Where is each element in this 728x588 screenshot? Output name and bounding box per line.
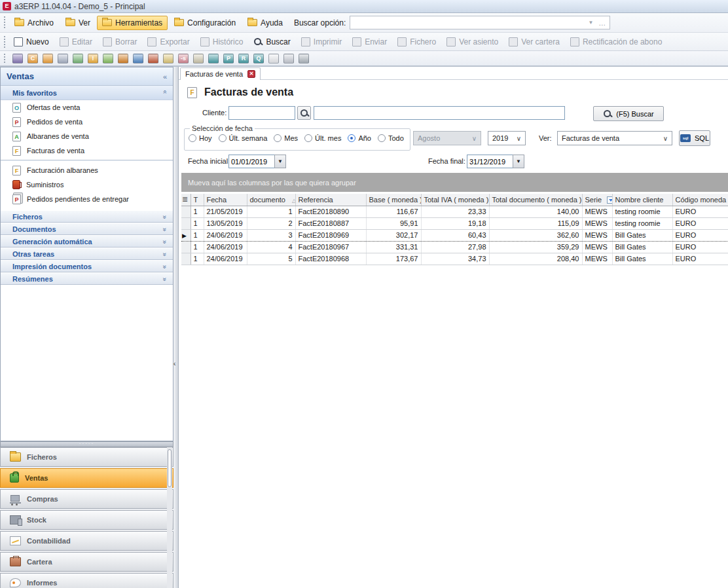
toolbar-grip[interactable]: [3, 16, 7, 29]
table-cell[interactable]: 362,60: [489, 229, 582, 241]
globe-icon[interactable]: [208, 54, 219, 64]
table-cell[interactable]: 60,43: [421, 229, 489, 241]
table-cell[interactable]: 2: [247, 217, 295, 229]
table-row[interactable]: 124/06/20194FactE20180967331,3127,98359,…: [181, 241, 728, 253]
search-option-input[interactable]: ▼ …: [350, 16, 610, 29]
sidebar-item-albaranes-de-venta[interactable]: AAlbaranes de venta: [1, 129, 173, 143]
table-cell[interactable]: 3: [247, 229, 295, 241]
table-cell[interactable]: 24/06/2019: [204, 229, 247, 241]
table-cell[interactable]: EURO: [672, 217, 728, 229]
table-cell[interactable]: MEWS: [582, 241, 612, 253]
briefcase-icon[interactable]: [12, 54, 23, 64]
table-cell[interactable]: Bill Gates: [612, 253, 672, 265]
collapse-panel-icon[interactable]: «: [163, 73, 167, 81]
scrollbar-thumb[interactable]: [168, 449, 172, 487]
menu-item-herramientas[interactable]: Herramientas: [97, 16, 168, 30]
table-cell[interactable]: EURO: [672, 206, 728, 217]
sidebar-item-pedidos-de-venta[interactable]: PPedidos de venta: [1, 115, 173, 129]
toolbar-button-ver-asiento[interactable]: Ver asiento: [441, 35, 503, 48]
pump-icon[interactable]: [148, 54, 158, 64]
docs-sign-icon[interactable]: [73, 54, 83, 64]
toolbar-button-buscar[interactable]: Buscar: [248, 35, 295, 48]
table-row[interactable]: 113/05/20192FactE2018088795,9119,18115,0…: [181, 217, 728, 229]
sidebar-item-suministros[interactable]: Suministros: [1, 177, 173, 192]
row-selector-cell[interactable]: [181, 206, 191, 217]
chevron-down-icon[interactable]: ∨: [517, 135, 521, 142]
table-row[interactable]: ▶124/06/20193FactE20180969302,1760,43362…: [181, 229, 728, 241]
column-header-fecha[interactable]: Fecha: [204, 194, 247, 206]
doc-search-icon[interactable]: [163, 54, 173, 64]
chevron-up-icon[interactable]: »: [162, 92, 169, 94]
row-selector-cell[interactable]: ▶: [181, 229, 191, 241]
toolbar-button-rectificacion-de-abono[interactable]: Rectificación de abono: [565, 35, 667, 48]
table-cell[interactable]: 34,73: [421, 253, 489, 265]
sidebar-section-ficheros[interactable]: Ficheros»: [1, 210, 173, 223]
menu-item-ver[interactable]: Ver: [60, 16, 96, 30]
bag-c-icon[interactable]: C: [27, 54, 38, 64]
table-cell[interactable]: FactE20180969: [295, 229, 366, 241]
table-cell[interactable]: 208,40: [489, 253, 582, 265]
doc-discount-icon[interactable]: -s: [178, 54, 189, 64]
row-selector-cell[interactable]: [181, 253, 191, 265]
toolbar-button-exportar[interactable]: Exportar: [142, 35, 194, 48]
favorites-header[interactable]: Mis favoritos »: [1, 86, 173, 100]
nav-item-compras[interactable]: Compras: [0, 489, 173, 509]
table-cell[interactable]: 21/05/2019: [204, 206, 247, 217]
table-cell[interactable]: FactE20180968: [295, 253, 366, 265]
table-cell[interactable]: EURO: [672, 229, 728, 241]
globe-p-icon[interactable]: P: [223, 54, 234, 64]
toolbar-button-imprimir[interactable]: Imprimir: [296, 35, 347, 48]
sidebar-section-otras-tareas[interactable]: Otras tareas»: [1, 248, 173, 260]
table-cell[interactable]: MEWS: [582, 217, 612, 229]
ver-select[interactable]: Facturas de venta ∨: [557, 131, 672, 145]
table-cell[interactable]: testing roomie: [612, 206, 672, 217]
globe-q-icon[interactable]: Q: [253, 54, 264, 64]
table-cell[interactable]: MEWS: [582, 206, 612, 217]
menu-item-ayuda[interactable]: Ayuda: [242, 16, 288, 30]
toolbar-button-historico[interactable]: Histórico: [195, 35, 249, 48]
bar-chart-icon[interactable]: [118, 54, 128, 64]
table-cell[interactable]: 173,67: [366, 253, 421, 265]
table-cell[interactable]: 302,17: [366, 229, 421, 241]
fecha-final-input[interactable]: [467, 155, 513, 168]
cliente-name-input[interactable]: [314, 106, 565, 120]
group-by-band[interactable]: Mueva aquí las columnas por las que quie…: [181, 173, 728, 192]
radio-hoy[interactable]: Hoy: [189, 134, 212, 142]
column-header-base-moneda[interactable]: Base ( moneda ): [366, 194, 421, 206]
table-cell[interactable]: 27,98: [421, 241, 489, 253]
printer-icon[interactable]: [299, 54, 309, 64]
column-header-t[interactable]: T: [191, 194, 204, 206]
tab-facturas-de-venta[interactable]: Facturas de venta ✕: [180, 67, 261, 80]
panel-splitter[interactable]: ‹: [173, 67, 179, 588]
globe-r-icon[interactable]: R: [238, 54, 249, 64]
toolbar-button-enviar[interactable]: Enviar: [347, 35, 392, 48]
table-cell[interactable]: EURO: [672, 253, 728, 265]
table-cell[interactable]: 1: [191, 241, 204, 253]
table-cell[interactable]: 23,33: [421, 206, 489, 217]
column-header-referencia[interactable]: Referencia: [295, 194, 366, 206]
table-cell[interactable]: FactE20180967: [295, 241, 366, 253]
column-header-codigo-moneda[interactable]: Código moneda: [672, 194, 728, 206]
filter-icon[interactable]: [607, 196, 612, 204]
table-cell[interactable]: FactE20180890: [295, 206, 366, 217]
table-cell[interactable]: MEWS: [582, 253, 612, 265]
toolbar-button-fichero[interactable]: Fichero: [392, 35, 441, 48]
table-cell[interactable]: testing roomie: [612, 217, 672, 229]
row-selector-cell[interactable]: [181, 217, 191, 229]
column-header-total-documento-moneda[interactable]: Total documento ( moneda ): [489, 194, 582, 206]
table-cell[interactable]: 95,91: [366, 217, 421, 229]
ellipsis-icon[interactable]: …: [598, 19, 606, 27]
sidebar-section-impresion-documentos[interactable]: Impresión documentos»: [1, 260, 173, 272]
sidebar-scrollbar[interactable]: [167, 447, 172, 588]
radio-mes[interactable]: Mes: [274, 134, 298, 142]
table-cell[interactable]: 1: [247, 206, 295, 217]
table-cell[interactable]: MEWS: [582, 229, 612, 241]
table-row[interactable]: 121/05/20191FactE20180890116,6723,33140,…: [181, 206, 728, 217]
sidebar-item-facturas-de-venta[interactable]: FFacturas de venta: [1, 143, 173, 158]
row-selector-header[interactable]: ≣: [181, 194, 191, 206]
cliente-search-button[interactable]: [297, 106, 311, 120]
bag-print-icon[interactable]: [43, 54, 53, 64]
toolbar-button-nuevo[interactable]: Nuevo: [9, 35, 54, 48]
radio-todo[interactable]: Todo: [378, 134, 404, 142]
sql-button[interactable]: sql SQL: [679, 130, 710, 146]
